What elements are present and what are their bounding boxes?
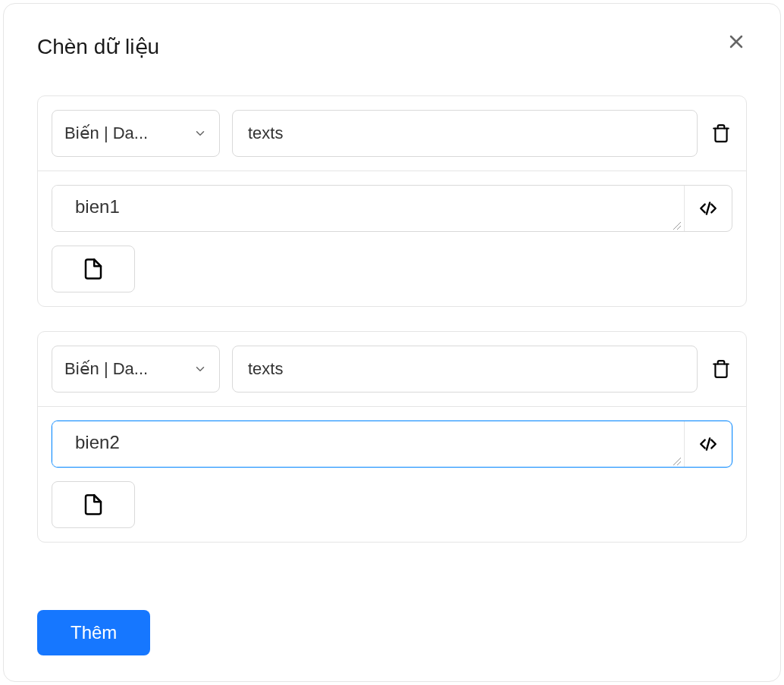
close-icon bbox=[727, 33, 745, 51]
value-row bbox=[52, 185, 732, 232]
svg-line-4 bbox=[707, 202, 710, 214]
value-textarea[interactable] bbox=[52, 186, 684, 231]
close-button[interactable] bbox=[726, 31, 747, 52]
data-group: Biến | Da... bbox=[37, 331, 747, 543]
group-header: Biến | Da... bbox=[38, 96, 746, 171]
dialog-header: Chèn dữ liệu bbox=[37, 34, 747, 59]
insert-data-dialog: Chèn dữ liệu Biến | Da... bbox=[3, 3, 781, 682]
file-button[interactable] bbox=[52, 481, 135, 528]
code-icon bbox=[698, 199, 718, 218]
file-button[interactable] bbox=[52, 246, 135, 292]
value-row bbox=[52, 421, 732, 468]
svg-line-7 bbox=[707, 438, 710, 449]
name-input[interactable] bbox=[232, 110, 698, 157]
name-input[interactable] bbox=[232, 346, 698, 393]
group-header: Biến | Da... bbox=[38, 332, 746, 407]
type-select-label: Biến | Da... bbox=[64, 124, 148, 143]
delete-button[interactable] bbox=[710, 122, 732, 145]
add-button[interactable]: Thêm bbox=[37, 610, 150, 655]
type-select[interactable]: Biến | Da... bbox=[52, 346, 220, 393]
group-body bbox=[38, 171, 746, 306]
type-select[interactable]: Biến | Da... bbox=[52, 110, 220, 157]
file-icon bbox=[82, 258, 105, 280]
trash-icon bbox=[711, 124, 731, 143]
group-body bbox=[38, 407, 746, 542]
data-group: Biến | Da... bbox=[37, 95, 747, 307]
value-wrap bbox=[52, 186, 685, 231]
dialog-title: Chèn dữ liệu bbox=[37, 34, 159, 59]
value-wrap bbox=[52, 421, 685, 467]
code-toggle-button[interactable] bbox=[685, 186, 732, 231]
chevron-down-icon bbox=[193, 127, 207, 140]
delete-button[interactable] bbox=[710, 358, 732, 380]
chevron-down-icon bbox=[193, 362, 207, 376]
code-icon bbox=[698, 434, 718, 454]
file-icon bbox=[82, 493, 105, 516]
trash-icon bbox=[711, 359, 731, 379]
code-toggle-button[interactable] bbox=[685, 421, 732, 467]
value-textarea[interactable] bbox=[52, 421, 684, 467]
type-select-label: Biến | Da... bbox=[64, 359, 148, 379]
